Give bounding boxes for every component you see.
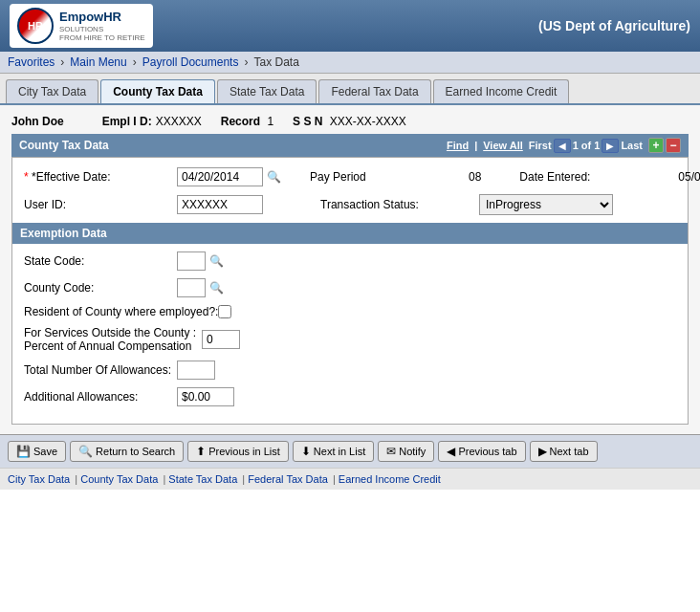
state-code-label: State Code: [24, 254, 177, 268]
return-search-label: Return to Search [96, 446, 175, 457]
required-star: * [24, 170, 29, 184]
empl-id-label: Empl I D: [102, 115, 152, 128]
header-bar: HR EmpowHR SOLUTIONSFROM HIRE TO RETIRE … [0, 0, 700, 52]
resident-county-label: Resident of County where employed?: [24, 305, 218, 318]
prev-list-icon: ⬆ [196, 445, 206, 458]
previous-list-button[interactable]: ⬆ Previous in List [187, 441, 289, 462]
del-row-btn[interactable]: − [666, 138, 681, 153]
percent-input[interactable] [202, 330, 240, 349]
tab-state-tax[interactable]: State Tax Data [217, 79, 317, 103]
additional-allowances-row: Additional Allowances: [24, 387, 676, 406]
bottom-toolbar: 💾 Save 🔍 Return to Search ⬆ Previous in … [0, 434, 700, 468]
footer-federal-tax-link[interactable]: Federal Tax Data [248, 473, 328, 485]
section-title: County Tax Data [19, 139, 109, 152]
save-button[interactable]: 💾 Save [8, 441, 66, 462]
transaction-status-label: Transaction Status: [320, 198, 473, 211]
empl-id-value: XXXXXX [156, 115, 202, 128]
tabs-bar: City Tax Data County Tax Data State Tax … [0, 74, 700, 105]
ssn-label: S S N [293, 115, 322, 128]
footer-eic-link[interactable]: Earned Income Credit [339, 473, 441, 485]
next-list-icon: ⬇ [301, 445, 311, 458]
add-row-btn[interactable]: + [648, 138, 664, 153]
nav-current: Tax Data [253, 55, 298, 69]
county-code-search-icon[interactable]: 🔍 [209, 281, 224, 295]
record-label: Record [221, 115, 260, 128]
footer-links: City Tax Data | County Tax Data | State … [0, 468, 700, 490]
breadcrumb: Favorites › Main Menu › Payroll Document… [0, 52, 700, 74]
footer-sep-4: | [333, 473, 339, 485]
footer-county-tax-link[interactable]: County Tax Data [80, 473, 158, 485]
return-search-button[interactable]: 🔍 Return to Search [70, 441, 184, 462]
pay-period-value: 08 [469, 170, 481, 184]
logo-area: HR EmpowHR SOLUTIONSFROM HIRE TO RETIRE [10, 4, 153, 48]
effective-date-row: * *Effective Date: 🔍 Pay Period 08 Date … [24, 167, 676, 186]
save-label: Save [33, 446, 57, 457]
exemption-data-header: Exemption Data [12, 223, 688, 244]
next-record-btn[interactable]: ▶ [602, 139, 619, 153]
nav-sep-1: › [60, 55, 64, 69]
resident-county-checkbox[interactable] [218, 305, 231, 318]
transaction-status-select[interactable]: InProgress Approved Rejected [479, 194, 613, 215]
main-content: John Doe Empl I D: XXXXXX Record 1 S S N… [0, 105, 700, 434]
next-list-button[interactable]: ⬇ Next in List [293, 441, 374, 462]
county-code-label: County Code: [24, 281, 177, 295]
next-tab-button[interactable]: ▶ Next tab [530, 441, 598, 462]
state-code-search-icon[interactable]: 🔍 [209, 254, 224, 268]
notify-label: Notify [399, 446, 426, 457]
return-search-icon: 🔍 [78, 445, 93, 458]
tab-county-tax[interactable]: County Tax Data [100, 79, 215, 103]
nav-main-menu[interactable]: Main Menu [70, 55, 126, 69]
org-title: (US Dept of Agriculture) [538, 18, 690, 33]
footer-city-tax-link[interactable]: City Tax Data [8, 473, 70, 485]
tab-city-tax[interactable]: City Tax Data [6, 79, 98, 103]
resident-county-row: Resident of County where employed?: [24, 305, 676, 318]
effective-date-search-icon[interactable]: 🔍 [267, 170, 281, 184]
nav-controls: First ◀ 1 of 1 ▶ Last [529, 139, 643, 153]
prev-record-btn[interactable]: ◀ [554, 139, 571, 153]
last-label: Last [621, 140, 643, 151]
view-all-link[interactable]: View All [483, 140, 523, 151]
ssn-value: XXX-XX-XXXX [330, 115, 406, 128]
nav-favorites[interactable]: Favorites [8, 55, 55, 69]
logo-text-area: EmpowHR SOLUTIONSFROM HIRE TO RETIRE [59, 10, 145, 42]
county-tax-section-header: County Tax Data Find | View All First ◀ … [11, 134, 689, 157]
user-id-input[interactable] [177, 195, 263, 214]
allowances-row: Total Number Of Allowances: [24, 361, 676, 380]
previous-tab-label: Previous tab [458, 446, 516, 457]
tab-earned-income[interactable]: Earned Income Credit [433, 79, 570, 103]
user-info-row: John Doe Empl I D: XXXXXX Record 1 S S N… [11, 115, 689, 128]
footer-state-tax-link[interactable]: State Tax Data [168, 473, 237, 485]
effective-date-input[interactable] [177, 167, 263, 186]
nav-sep-3: › [244, 55, 248, 69]
record-nav: 1 of 1 [573, 140, 601, 151]
additional-allowances-label: Additional Allowances: [24, 390, 177, 404]
services-outside-row: For Services Outside the County : Percen… [24, 326, 676, 353]
state-code-row: State Code: 🔍 [24, 251, 676, 271]
logo-name: EmpowHR [59, 10, 145, 25]
user-name: John Doe [11, 115, 64, 128]
first-label: First [529, 140, 552, 151]
add-del-btns: + − [648, 138, 681, 153]
tab-federal-tax[interactable]: Federal Tax Data [318, 79, 430, 103]
section-header-right: Find | View All First ◀ 1 of 1 ▶ Last + … [447, 138, 681, 153]
county-code-input[interactable] [177, 278, 206, 297]
find-link[interactable]: Find [447, 140, 469, 151]
notify-button[interactable]: ✉ Notify [378, 441, 434, 462]
user-id-label: User ID: [24, 198, 177, 211]
next-tab-label: Next tab [550, 446, 589, 457]
allowances-input[interactable] [177, 361, 215, 380]
additional-allowances-input[interactable] [177, 387, 234, 406]
state-code-input[interactable] [177, 251, 206, 271]
previous-tab-button[interactable]: ◀ Previous tab [438, 441, 525, 462]
notify-icon: ✉ [386, 445, 396, 458]
previous-list-label: Previous in List [208, 446, 280, 457]
allowances-label: Total Number Of Allowances: [24, 363, 177, 377]
logo-icon: HR [17, 8, 54, 44]
percent-label: Percent of Annual Compensation [24, 339, 196, 353]
nav-sep-2: › [133, 55, 137, 69]
record-value: 1 [267, 115, 273, 128]
sep: | [474, 140, 477, 151]
nav-payroll-docs[interactable]: Payroll Documents [142, 55, 239, 69]
services-label-group: For Services Outside the County : Percen… [24, 326, 196, 353]
services-outside-label: For Services Outside the County : [24, 326, 196, 339]
